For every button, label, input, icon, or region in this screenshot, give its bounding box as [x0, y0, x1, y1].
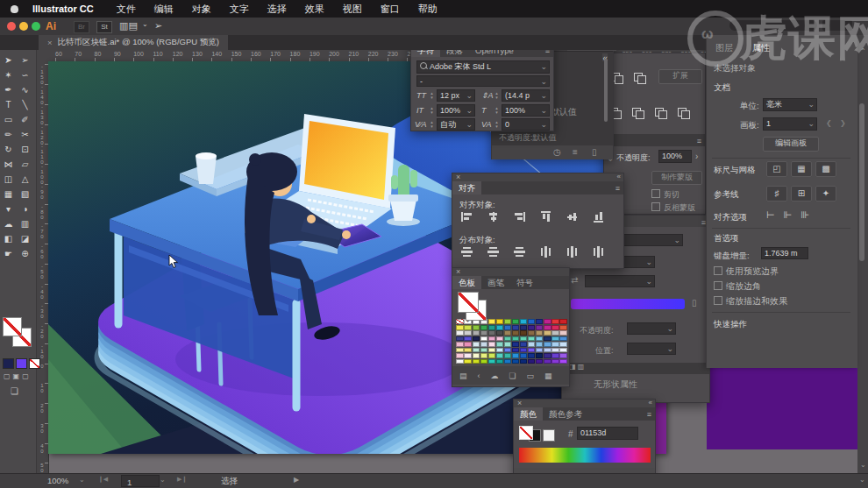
swatch[interactable] [551, 325, 559, 330]
leading-field[interactable]: (14.4 p⌄ [502, 89, 550, 102]
gradient-slider[interactable] [571, 299, 685, 309]
swatch[interactable] [456, 319, 463, 324]
swatch[interactable] [496, 342, 503, 347]
swatch[interactable] [473, 353, 480, 358]
swatch[interactable] [544, 330, 551, 336]
swatch[interactable] [464, 336, 471, 342]
swatch[interactable] [473, 348, 480, 353]
next-artboard-icon[interactable]: ❯ [840, 119, 846, 127]
fill-none-swatch[interactable] [519, 426, 533, 440]
line-segment-tool[interactable]: ╲ [17, 97, 33, 112]
trim-icon[interactable] [632, 108, 645, 119]
panel-menu-icon[interactable]: ≡ [615, 184, 620, 193]
swatch[interactable] [480, 342, 487, 347]
screen-mode-button[interactable]: ❏ [11, 386, 18, 396]
gradient-location-field[interactable]: ⌄ [627, 343, 676, 355]
swatch[interactable] [504, 330, 511, 336]
offcanvas-purple-object[interactable] [707, 368, 857, 449]
swatch[interactable] [496, 336, 503, 342]
swatch[interactable] [464, 325, 471, 330]
first-artboard-icon[interactable]: ❙◀ [98, 476, 108, 483]
leading-stepper[interactable]: ▴▾ [494, 91, 500, 100]
vertical-align-center-icon[interactable] [567, 211, 577, 223]
swatch[interactable] [528, 325, 535, 330]
show-rulers-icon[interactable]: ◰ [766, 161, 787, 177]
swatch[interactable] [496, 348, 503, 353]
scale-tool[interactable]: ⊡ [17, 142, 33, 157]
swatch[interactable] [528, 330, 535, 336]
swatch[interactable] [559, 359, 566, 364]
swatch[interactable] [480, 359, 487, 364]
swatch[interactable] [544, 325, 551, 330]
swatch[interactable] [559, 348, 566, 353]
blend-tool[interactable]: ◑ [17, 202, 33, 216]
edit-artboards-button[interactable]: 编辑画板 [763, 137, 819, 152]
play-icon[interactable]: ▶ [294, 476, 299, 484]
swatch[interactable] [512, 342, 519, 347]
scale-corners-checkbox[interactable]: 缩放边角 [714, 280, 761, 293]
swatch[interactable] [536, 330, 543, 336]
swatch[interactable] [488, 342, 495, 347]
pen-tool[interactable]: ✒ [0, 82, 17, 97]
drawing-modes[interactable]: ▢▣▢ [4, 372, 29, 380]
font-family-field[interactable]: Adobe 宋体 Std L ⌄ [416, 60, 550, 74]
color-button[interactable] [3, 358, 14, 369]
swatch[interactable] [528, 348, 535, 353]
swatch[interactable] [473, 342, 480, 347]
swatch[interactable] [520, 359, 527, 364]
horizontal-align-left-icon[interactable] [461, 212, 473, 222]
maximize-window-button[interactable] [32, 22, 40, 31]
close-icon[interactable]: × [517, 399, 522, 407]
swatch[interactable] [551, 336, 559, 342]
vertical-distribute-center-icon[interactable] [487, 247, 499, 257]
swatch[interactable] [512, 353, 519, 358]
tab-color-guide[interactable]: 颜色参考 [543, 407, 588, 421]
swatch[interactable] [488, 353, 495, 358]
swatch[interactable] [504, 325, 511, 330]
swatch[interactable] [464, 353, 471, 358]
type-tool[interactable]: T [0, 97, 17, 112]
horizontal-align-center-icon[interactable] [487, 212, 499, 222]
swatch[interactable] [488, 359, 495, 364]
keyboard-increment-field[interactable]: 1.7639 m [761, 247, 808, 259]
free-transform-tool[interactable]: ▱ [17, 157, 33, 172]
fill-color-swatch[interactable] [3, 317, 22, 336]
swatch-kinds-icon[interactable]: ‹ [478, 371, 480, 380]
selection-tool[interactable]: ➤ [0, 53, 17, 67]
swatch[interactable] [464, 348, 471, 353]
gradient-opacity-field[interactable]: ⌄ [627, 322, 676, 335]
invert-mask-checkbox[interactable]: 反相蒙版 [651, 202, 695, 214]
artboard-dropdown-icon[interactable]: ⌄ [160, 476, 166, 484]
chevron-down-icon[interactable]: ⌄ [859, 476, 865, 484]
close-window-button[interactable] [7, 22, 16, 31]
horizontal-distribute-left-icon[interactable] [541, 246, 551, 258]
swatch[interactable] [512, 359, 519, 364]
share-icon[interactable]: ➢ [154, 20, 162, 32]
white-swatch[interactable] [543, 429, 555, 442]
swatch[interactable] [473, 336, 480, 342]
vertical-distribute-top-icon[interactable] [461, 247, 473, 257]
workspace-switcher[interactable] [822, 20, 852, 31]
scale-strokes-effects-checkbox[interactable]: 缩放描边和效果 [714, 295, 787, 308]
stock-icon[interactable]: St [96, 21, 112, 33]
swatch[interactable] [528, 336, 535, 342]
vertical-align-top-icon[interactable] [541, 211, 551, 223]
swatch[interactable] [456, 325, 463, 330]
mesh-tool[interactable]: ▦ [0, 187, 17, 202]
swatch[interactable] [480, 325, 487, 330]
swatch[interactable] [536, 319, 543, 324]
eyedropper-tool[interactable]: ▾ [0, 202, 17, 216]
zoom-level[interactable]: 100% [47, 476, 68, 485]
color-spectrum-bar[interactable] [519, 448, 651, 463]
menu-item[interactable]: 效果 [305, 3, 324, 16]
lock-guides-icon[interactable]: ⊞ [791, 186, 812, 202]
arrange-documents-icon[interactable]: ▥▤ [119, 20, 138, 32]
swatch[interactable] [512, 319, 519, 324]
menu-item[interactable]: 视图 [343, 3, 362, 16]
font-style-field[interactable]: -⌄ [416, 75, 550, 87]
artboard-select[interactable]: 1⌄ [763, 117, 817, 131]
swatch[interactable] [528, 342, 535, 347]
swatch[interactable] [512, 325, 519, 330]
tab-align[interactable]: 对齐 [452, 181, 481, 194]
swatch[interactable] [488, 336, 495, 342]
